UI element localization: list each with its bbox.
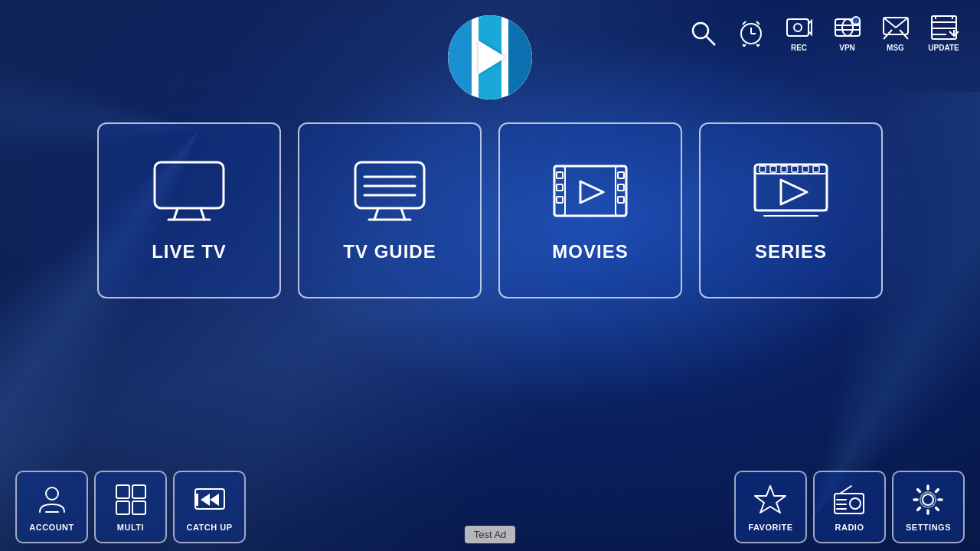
svg-marker-65 [210, 494, 219, 506]
radio-button[interactable]: RADIO [813, 471, 886, 543]
top-toolbar: REC ↓ VPN [681, 11, 965, 54]
account-button[interactable]: ACCOUNT [15, 471, 88, 543]
svg-rect-38 [557, 172, 563, 178]
svg-point-57 [46, 487, 58, 500]
svg-rect-59 [116, 485, 129, 498]
msg-label: MSG [887, 44, 904, 52]
svg-rect-51 [792, 166, 798, 172]
catchup-label: CATCH UP [186, 523, 232, 532]
svg-rect-25 [155, 162, 224, 208]
tv-guide-card[interactable]: TV GUIDE [298, 122, 482, 298]
series-card[interactable]: SERIES [699, 122, 883, 298]
svg-rect-42 [618, 172, 624, 178]
svg-rect-7 [787, 19, 808, 36]
favorite-label: FAVORITE [748, 523, 792, 532]
svg-point-12 [842, 19, 853, 36]
svg-point-8 [794, 24, 802, 31]
vpn-icon[interactable]: ↓ VPN [826, 11, 868, 54]
rec-icon[interactable]: REC [778, 11, 820, 54]
svg-rect-49 [770, 166, 776, 172]
svg-rect-43 [618, 184, 624, 191]
bottom-left-group: ACCOUNT MULTI CATCH UP [15, 471, 246, 543]
rec-label: REC [791, 44, 807, 52]
header: REC ↓ VPN [0, 0, 980, 99]
svg-rect-39 [557, 184, 563, 191]
update-icon[interactable]: UPDATE [923, 11, 965, 54]
bottom-toolbar: ACCOUNT MULTI CATCH UP [0, 471, 980, 551]
favorite-button[interactable]: FAVORITE [734, 471, 807, 543]
alarm-icon[interactable] [730, 11, 772, 54]
svg-line-27 [201, 208, 204, 220]
svg-line-5 [743, 21, 746, 24]
svg-rect-48 [760, 166, 766, 172]
settings-button[interactable]: SETTINGS [892, 471, 965, 543]
bottom-right-group: FAVORITE RADIO [734, 471, 965, 543]
msg-icon[interactable]: MSG [874, 11, 916, 54]
svg-line-6 [756, 21, 760, 24]
tv-guide-label: TV GUIDE [343, 241, 436, 262]
svg-line-33 [374, 208, 378, 220]
svg-line-69 [840, 486, 851, 494]
svg-marker-45 [580, 181, 603, 203]
svg-rect-61 [116, 501, 129, 514]
svg-rect-60 [132, 485, 145, 498]
settings-label: SETTINGS [906, 523, 951, 532]
svg-point-74 [923, 494, 933, 505]
svg-rect-52 [802, 166, 808, 172]
catchup-button[interactable]: CATCH UP [173, 471, 246, 543]
series-label: SERIES [755, 241, 827, 262]
radio-label: RADIO [835, 523, 864, 532]
app-logo [448, 15, 532, 99]
svg-point-70 [850, 498, 861, 509]
movies-label: MOVIES [552, 241, 628, 262]
svg-marker-67 [755, 486, 786, 513]
svg-line-26 [174, 208, 178, 220]
svg-rect-53 [813, 166, 819, 172]
search-icon[interactable] [681, 11, 724, 54]
svg-rect-62 [132, 501, 145, 514]
svg-point-0 [693, 23, 708, 38]
svg-line-34 [401, 208, 405, 220]
update-label: UPDATE [928, 44, 959, 52]
svg-marker-54 [781, 180, 807, 204]
svg-marker-64 [201, 494, 210, 506]
ad-banner: Test Ad [465, 526, 516, 543]
vpn-label: VPN [839, 44, 855, 52]
live-tv-card[interactable]: LIVE TV [97, 122, 281, 298]
svg-rect-66 [195, 494, 198, 506]
multi-button[interactable]: MULTI [94, 471, 167, 543]
movies-card[interactable]: MOVIES [498, 122, 682, 298]
svg-rect-44 [618, 197, 624, 203]
multi-label: MULTI [117, 523, 144, 532]
svg-rect-40 [557, 197, 563, 203]
svg-text:↓: ↓ [854, 19, 858, 24]
svg-rect-50 [781, 166, 787, 172]
main-menu: LIVE TV TV GUIDE [97, 122, 883, 298]
live-tv-label: LIVE TV [152, 241, 227, 262]
svg-line-1 [707, 37, 715, 45]
account-label: ACCOUNT [29, 523, 74, 532]
